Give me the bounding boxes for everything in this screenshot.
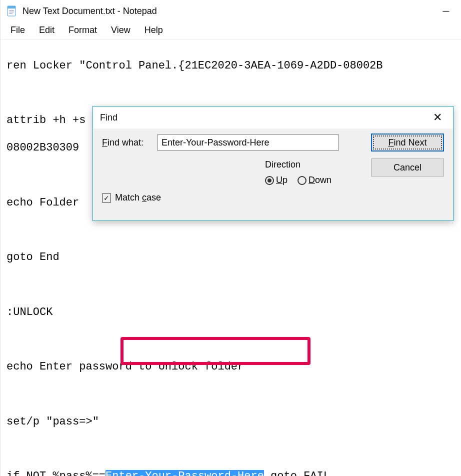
find-what-label: Find what: <box>102 138 157 148</box>
menu-view[interactable]: View <box>111 25 130 36</box>
find-dialog: Find ✕ Find what: Find Next Cancel Direc… <box>92 106 454 221</box>
menu-file[interactable]: File <box>10 25 25 36</box>
notepad-window: New Text Document.txt - Notepad ─ File E… <box>0 0 461 476</box>
close-icon[interactable]: ✕ <box>429 111 446 124</box>
text-editor[interactable]: ren Locker "Control Panel.{21EC2020-3AEA… <box>0 40 461 476</box>
direction-down-radio[interactable]: Down <box>298 175 332 186</box>
selected-text: Enter-Your-Password-Here <box>106 470 264 476</box>
text-line: ren Locker "Control Panel.{21EC2020-3AEA… <box>6 59 455 73</box>
svg-rect-1 <box>8 6 16 8</box>
checkbox-icon: ✓ <box>102 194 111 202</box>
text-line: goto End <box>6 250 455 264</box>
text-line: echo Enter password to Unlock folder <box>6 360 455 374</box>
menu-edit[interactable]: Edit <box>39 25 54 36</box>
match-case-label: Match case <box>115 192 161 203</box>
minimize-button[interactable]: ─ <box>436 6 456 16</box>
window-title: New Text Document.txt - Notepad <box>22 6 157 16</box>
match-case-checkbox[interactable]: ✓ Match case <box>102 192 161 203</box>
find-dialog-titlebar: Find ✕ <box>93 106 453 128</box>
menu-help[interactable]: Help <box>144 25 163 36</box>
text-line: set/p "pass=>" <box>6 415 455 429</box>
menubar: File Edit Format View Help <box>0 22 461 40</box>
text-line: if NOT %pass%==Enter-Your-Password-Here … <box>6 470 455 476</box>
direction-up-radio[interactable]: Up <box>265 175 288 186</box>
find-what-input[interactable] <box>157 134 339 150</box>
direction-group: Direction Up Down <box>262 160 362 186</box>
menu-format[interactable]: Format <box>68 25 97 36</box>
find-dialog-title: Find <box>100 112 118 123</box>
text-line: :UNLOCK <box>6 306 455 320</box>
cancel-button[interactable]: Cancel <box>371 158 444 176</box>
titlebar: New Text Document.txt - Notepad ─ <box>0 0 461 22</box>
notepad-icon <box>6 5 18 17</box>
direction-label: Direction <box>265 160 362 170</box>
find-next-button[interactable]: Find Next <box>371 134 444 152</box>
